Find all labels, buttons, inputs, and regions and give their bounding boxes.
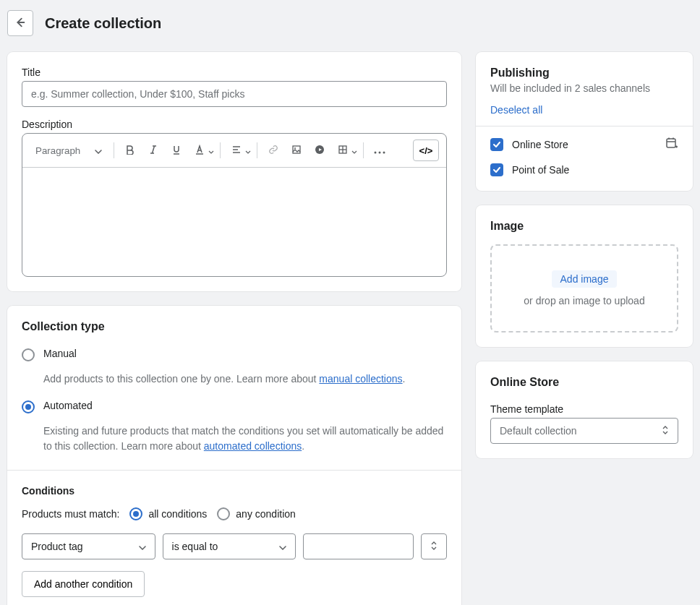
italic-button[interactable]: [143, 140, 163, 160]
add-condition-button[interactable]: Add another condition: [22, 571, 145, 597]
caret-down-icon: [279, 541, 286, 552]
theme-template-value: Default collection: [500, 425, 577, 437]
caret-down-icon: [208, 145, 214, 156]
deselect-all-button[interactable]: Deselect all: [490, 104, 542, 116]
check-icon: [492, 140, 502, 150]
channel-label: Online Store: [512, 139, 568, 150]
text-color-button[interactable]: [189, 140, 210, 160]
add-image-button[interactable]: Add image: [552, 270, 618, 288]
match-label: Products must match:: [22, 508, 119, 520]
link-icon: [268, 145, 278, 157]
page-title: Create collection: [45, 15, 161, 32]
table-icon: [338, 145, 348, 157]
svg-rect-9: [293, 146, 300, 153]
title-label: Title: [22, 66, 447, 78]
image-button[interactable]: [286, 140, 307, 160]
online-store-card: Online Store Theme template Default coll…: [476, 361, 693, 458]
check-icon: [492, 165, 502, 175]
image-card: Image Add image or drop an image to uplo…: [476, 205, 693, 347]
video-button[interactable]: [310, 140, 330, 160]
point-of-sale-checkbox[interactable]: [490, 163, 503, 176]
separator: [257, 142, 257, 158]
theme-template-select[interactable]: Default collection: [490, 418, 678, 444]
svg-point-10: [294, 147, 296, 149]
image-icon: [291, 145, 302, 157]
condition-field-select[interactable]: Product tag: [22, 533, 155, 559]
bold-button[interactable]: [120, 140, 140, 160]
manual-description: Add products to this collection one by o…: [43, 372, 447, 387]
italic-icon: [148, 145, 158, 157]
table-button[interactable]: [333, 140, 353, 160]
svg-point-16: [379, 151, 381, 153]
align-button[interactable]: [226, 140, 247, 160]
image-dropzone[interactable]: Add image or drop an image to upload: [490, 244, 678, 332]
condition-value-input[interactable]: [303, 533, 414, 559]
bold-icon: [125, 145, 135, 157]
link-button[interactable]: [263, 140, 283, 160]
online-store-heading: Online Store: [490, 376, 678, 389]
align-icon: [231, 145, 242, 157]
text-color-icon: [195, 145, 205, 157]
separator: [363, 142, 364, 158]
automated-description: Existing and future products that match …: [43, 424, 447, 454]
select-icon: [662, 425, 669, 437]
condition-field-value: Product tag: [31, 541, 83, 552]
schedule-button[interactable]: [665, 137, 678, 152]
all-conditions-radio[interactable]: [129, 507, 142, 520]
caret-down-icon: [351, 145, 357, 156]
underline-icon: [171, 145, 182, 157]
video-icon: [315, 145, 325, 157]
caret-down-icon: [245, 145, 251, 156]
separator: [114, 142, 114, 158]
html-view-button[interactable]: </>: [413, 140, 439, 161]
divider: [7, 470, 461, 471]
drop-hint: or drop an image to upload: [499, 295, 670, 306]
collection-type-card: Collection type Manual Add products to t…: [7, 306, 461, 605]
calendar-icon: [665, 137, 678, 150]
svg-point-17: [383, 151, 385, 153]
publishing-subtitle: Will be included in 2 sales channels: [490, 82, 678, 94]
condition-operator-value: is equal to: [172, 541, 218, 552]
svg-rect-18: [667, 139, 675, 147]
online-store-checkbox[interactable]: [490, 138, 503, 151]
manual-radio[interactable]: [22, 348, 35, 361]
back-button[interactable]: [7, 10, 33, 36]
svg-line-2: [153, 146, 155, 153]
automated-label: Automated: [43, 400, 93, 411]
collection-type-heading: Collection type: [22, 320, 447, 333]
theme-template-label: Theme template: [490, 403, 678, 415]
title-description-card: Title Description Paragraph: [7, 52, 461, 291]
code-icon: </>: [419, 145, 433, 156]
svg-point-15: [375, 151, 377, 153]
divider: [476, 126, 693, 126]
arrow-left-icon: [14, 16, 27, 31]
image-heading: Image: [490, 220, 678, 233]
paragraph-dropdown[interactable]: Paragraph: [30, 141, 108, 160]
any-condition-radio[interactable]: [217, 507, 230, 520]
description-label: Description: [22, 119, 447, 130]
all-conditions-label: all conditions: [148, 508, 207, 520]
paragraph-label: Paragraph: [35, 145, 80, 156]
condition-operator-select[interactable]: is equal to: [163, 533, 296, 559]
richtext-editor: Paragraph: [22, 133, 447, 277]
manual-collections-link[interactable]: manual collections: [319, 373, 402, 385]
publishing-card: Publishing Will be included in 2 sales c…: [476, 52, 693, 191]
caret-down-icon: [139, 541, 146, 552]
dots-icon: [374, 145, 385, 156]
publishing-heading: Publishing: [490, 66, 678, 80]
channel-label: Point of Sale: [512, 164, 569, 176]
automated-radio[interactable]: [22, 400, 35, 413]
conditions-heading: Conditions: [22, 485, 447, 497]
more-button[interactable]: [370, 140, 390, 160]
description-textarea[interactable]: [22, 168, 446, 276]
manual-label: Manual: [43, 348, 77, 359]
underline-button[interactable]: [166, 140, 187, 160]
condition-sort-button[interactable]: [421, 533, 447, 559]
caret-down-icon: [95, 145, 102, 156]
any-condition-label: any condition: [236, 508, 296, 520]
sort-icon: [430, 541, 438, 553]
separator: [220, 142, 221, 158]
richtext-toolbar: Paragraph: [22, 134, 446, 168]
automated-collections-link[interactable]: automated collections: [204, 440, 302, 452]
title-input[interactable]: [22, 81, 447, 107]
